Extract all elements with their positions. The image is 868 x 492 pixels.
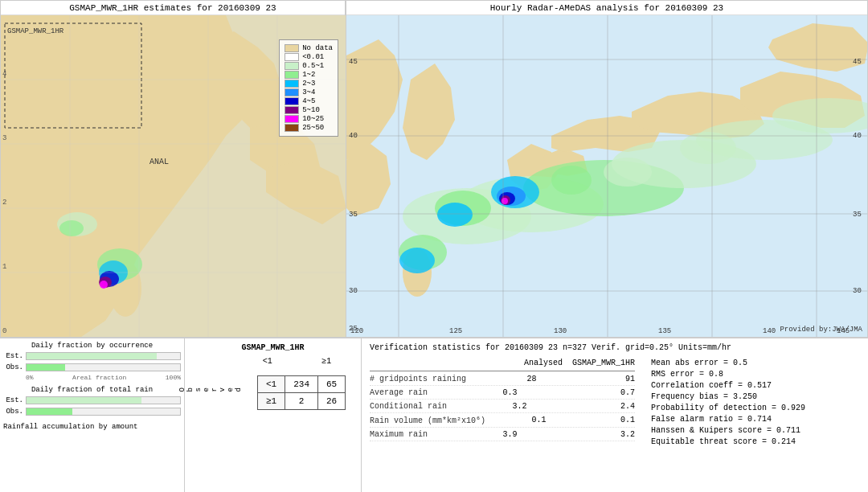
svg-point-59 xyxy=(680,132,736,164)
ct-cell-b: 65 xyxy=(318,376,346,393)
stats-row-4: Maximum rain 3.9 3.2 xyxy=(370,430,635,441)
svg-text:35: 35 xyxy=(349,211,358,219)
obs-rain-bar-container xyxy=(26,408,181,416)
svg-text:40: 40 xyxy=(853,132,862,140)
right-map-canvas: 120 125 130 135 140 145 45 40 35 30 45 4… xyxy=(346,15,867,337)
legend-label-4to5: 4~5 xyxy=(302,97,315,105)
stats-metric-2: Conditional rain xyxy=(370,402,447,411)
col-lt1-header: <1 xyxy=(263,357,272,366)
stats-header: Analysed GSMAP_MWR_1HR xyxy=(370,359,635,367)
fraction-axis: 0% Areal fraction 100% xyxy=(3,374,181,381)
stats-divider xyxy=(370,371,635,371)
ct-row-1: <1 234 65 xyxy=(258,376,346,393)
legend-label-3to4: 3~4 xyxy=(302,88,315,96)
stats-col-gsmap-header: GSMAP_MWR_1HR xyxy=(563,359,635,367)
stats-row-3: Rain volume (mm*km²x10⁶) 0.1 0.1 xyxy=(370,416,635,428)
legend-label-25to50: 25~50 xyxy=(302,124,324,132)
observed-label: Observed xyxy=(178,387,243,392)
legend-label-nodata: No data xyxy=(302,44,333,52)
legend-item-2to3: 2~3 xyxy=(285,80,333,88)
left-map-canvas: GSMAP_MWR_1HR ANAL xyxy=(1,15,346,337)
est-rain-label: Est. xyxy=(3,396,23,404)
svg-text:40: 40 xyxy=(349,132,358,140)
legend-item-nodata: No data xyxy=(285,44,333,52)
est-rain-bar-fill xyxy=(27,397,141,404)
est-fraction-label: Est. xyxy=(3,352,23,360)
legend-label-5to10: 5~10 xyxy=(302,106,320,114)
legend-item-25to50: 25~50 xyxy=(285,124,333,132)
legend-item-10to25: 10~25 xyxy=(285,115,333,123)
observed-label-container: Observed xyxy=(190,387,234,392)
svg-point-56 xyxy=(502,198,508,204)
contingency-panel: GSMAP_MWR_1HR <1 ≥1 Observed <1 xyxy=(185,338,362,492)
legend-color-nodata xyxy=(285,44,299,52)
legend-item-1to2: 1~2 xyxy=(285,71,333,79)
axis-100pct: 100% xyxy=(166,374,181,381)
est-fraction-bar-fill xyxy=(27,353,157,359)
contingency-table: <1 234 65 ≥1 2 26 xyxy=(257,375,346,410)
ct-cell-a: 234 xyxy=(285,376,318,393)
contingency-col-headers: <1 ≥1 xyxy=(190,357,356,366)
stats-val-gsmap-0: 91 xyxy=(563,375,635,383)
stats-metric-3: Rain volume (mm*km²x10⁶) xyxy=(370,416,485,425)
stat-false-alarm: False alarm ratio = 0.714 xyxy=(651,415,860,424)
legend-label-10to25: 10~25 xyxy=(302,115,324,123)
right-map-svg: 120 125 130 135 140 145 45 40 35 30 45 4… xyxy=(346,15,867,337)
right-map-title: Hourly Radar-AMeDAS analysis for 2016030… xyxy=(346,1,867,15)
svg-text:4: 4 xyxy=(2,70,6,78)
legend-item-05to1: 0.5~1 xyxy=(285,62,333,70)
legend-color-4to5 xyxy=(285,97,299,105)
ct-wrapper: Observed <1 234 65 xyxy=(190,367,356,412)
stats-metric-1: Average rain xyxy=(370,388,428,397)
stat-freq-bias: Frequency bias = 3.250 xyxy=(651,392,860,401)
ct-row2-label: ≥1 xyxy=(258,393,285,410)
legend-color-25to50 xyxy=(285,124,299,132)
svg-text:130: 130 xyxy=(554,327,567,335)
stats-val-gsmap-4: 3.2 xyxy=(563,430,635,439)
stats-val-analysed-3: 0.1 xyxy=(502,416,547,425)
legend-color-3to4 xyxy=(285,88,299,96)
svg-text:140: 140 xyxy=(763,327,776,335)
stats-val-gsmap-1: 0.7 xyxy=(563,388,635,397)
right-map-panel: Hourly Radar-AMeDAS analysis for 2016030… xyxy=(346,0,868,338)
fraction-chart-section: Daily fraction by occurrence Est. Obs. 0… xyxy=(3,342,181,381)
svg-text:30: 30 xyxy=(853,287,862,295)
svg-text:ANAL: ANAL xyxy=(149,158,169,166)
svg-text:0: 0 xyxy=(2,327,6,335)
est-rain-bar-row: Est. xyxy=(3,396,181,405)
legend-label-05to1: 0.5~1 xyxy=(302,62,324,70)
legend-color-lt001 xyxy=(285,53,299,61)
axis-0pct: 0% xyxy=(26,374,34,381)
ct-row-2: ≥1 2 26 xyxy=(258,393,346,410)
contingency-title: GSMAP_MWR_1HR xyxy=(190,343,356,352)
svg-point-51 xyxy=(437,203,473,227)
legend-label-lt001: <0.01 xyxy=(302,53,324,61)
charts-panel: Daily fraction by occurrence Est. Obs. 0… xyxy=(0,338,185,492)
stat-hanssen: Hanssen & Kuipers score = 0.711 xyxy=(651,426,860,435)
svg-point-49 xyxy=(399,248,435,273)
svg-text:GSMAP_MWR_1HR: GSMAP_MWR_1HR xyxy=(7,27,64,35)
obs-fraction-bar-fill xyxy=(27,364,65,371)
svg-text:3: 3 xyxy=(2,134,6,142)
provided-by-label: Provided by:JWA/JMA xyxy=(780,326,862,334)
ct-cell-d: 26 xyxy=(318,393,346,410)
stats-col-metric-header xyxy=(370,359,518,367)
obs-fraction-label: Obs. xyxy=(3,363,23,371)
stats-val-analysed-1: 0.3 xyxy=(473,388,518,397)
axis-mid: Areal fraction xyxy=(72,374,126,381)
legend-item-4to5: 4~5 xyxy=(285,97,333,105)
col-ge1-header: ≥1 xyxy=(321,357,331,366)
legend-item-5to10: 5~10 xyxy=(285,106,333,114)
est-rain-bar-container xyxy=(26,396,181,404)
obs-fraction-bar-row: Obs. xyxy=(3,363,181,372)
stats-row-2: Conditional rain 3.2 2.4 xyxy=(370,402,635,413)
left-map-panel: GSMAP_MWR_1HR estimates for 20160309 23 xyxy=(0,0,346,338)
stats-row-1: Average rain 0.3 0.7 xyxy=(370,388,635,400)
map-legend: No data <0.01 0.5~1 1~2 xyxy=(279,39,338,137)
svg-text:1: 1 xyxy=(2,263,6,271)
stats-col-analysed-header: Analysed xyxy=(518,359,563,367)
ct-rows: <1 234 65 ≥1 2 26 xyxy=(234,367,346,412)
ct-row-labels: <1 234 65 ≥1 2 26 xyxy=(234,367,346,410)
rain-chart-title: Daily fraction of total rain xyxy=(3,386,181,394)
legend-color-2to3 xyxy=(285,80,299,88)
